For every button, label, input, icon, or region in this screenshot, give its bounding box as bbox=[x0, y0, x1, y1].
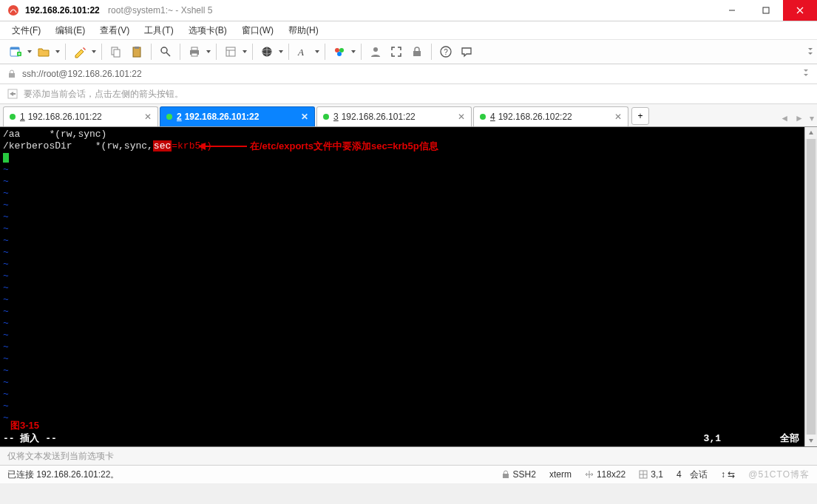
term-line-2a: /kerberosDir *(rw,sync, bbox=[3, 140, 153, 151]
status-up-button[interactable]: ↕ ⇆ bbox=[721, 469, 735, 480]
menu-tabs[interactable]: 选项卡(B) bbox=[181, 21, 234, 39]
tab-prev-button[interactable]: ◄ bbox=[780, 113, 789, 123]
tilde-line: ~ bbox=[3, 341, 9, 353]
fullscreen-button[interactable] bbox=[387, 42, 406, 61]
session-tab-3[interactable]: 3 192.168.26.101:22 ✕ bbox=[316, 106, 472, 126]
status-bar: 已连接 192.168.26.101:22。 SSH2 xterm 118x22… bbox=[0, 466, 817, 483]
color-button[interactable] bbox=[330, 42, 349, 61]
address-bar[interactable]: ssh://root@192.168.26.101:22 bbox=[0, 64, 817, 84]
menu-tools[interactable]: 工具(T) bbox=[137, 21, 180, 39]
scroll-down-button[interactable] bbox=[805, 435, 817, 446]
svg-marker-12 bbox=[92, 50, 96, 53]
open-dropdown[interactable] bbox=[55, 50, 61, 53]
svg-marker-32 bbox=[315, 50, 319, 53]
svg-marker-36 bbox=[351, 50, 356, 53]
tab-close-button[interactable]: ✕ bbox=[614, 112, 623, 120]
tilde-line: ~ bbox=[3, 259, 9, 270]
terminal-content[interactable]: /aa *(rw,sync) /kerberosDir *(rw,sync,se… bbox=[0, 127, 215, 426]
menu-edit[interactable]: 编辑(E) bbox=[48, 21, 92, 39]
highlight-button[interactable] bbox=[70, 42, 89, 61]
tab-label: 192.168.26.101:22 bbox=[28, 112, 102, 122]
tab-label: 192.168.26.101:22 bbox=[342, 112, 416, 122]
lock-button[interactable] bbox=[407, 42, 427, 61]
toolbar-separator bbox=[65, 44, 66, 60]
title-sub: root@system1:~ - Xshell 5 bbox=[108, 5, 212, 16]
address-url: ssh://root@192.168.26.101:22 bbox=[22, 69, 142, 79]
font-dropdown[interactable] bbox=[314, 50, 320, 53]
menu-window[interactable]: 窗口(W) bbox=[234, 21, 281, 39]
minimize-button[interactable] bbox=[715, 0, 749, 21]
tab-close-button[interactable]: ✕ bbox=[458, 112, 467, 120]
scrollbar[interactable] bbox=[804, 127, 817, 446]
svg-rect-23 bbox=[226, 47, 235, 56]
properties-dropdown[interactable] bbox=[242, 50, 248, 53]
svg-rect-21 bbox=[191, 53, 197, 56]
send-bar-text: 仅将文本发送到当前选项卡 bbox=[7, 450, 114, 463]
annotation: 在/etc/exports文件中要添加sec=krb5p信息 bbox=[198, 140, 438, 152]
close-button[interactable] bbox=[783, 0, 817, 21]
term-line-1: /aa *(rw,sync) bbox=[3, 129, 106, 140]
paste-button[interactable] bbox=[127, 42, 146, 61]
properties-button[interactable] bbox=[221, 42, 240, 61]
status-termtype: xterm bbox=[549, 469, 572, 480]
tilde-line: ~ bbox=[3, 270, 9, 282]
tilde-line: ~ bbox=[3, 401, 9, 412]
tab-index: 2 bbox=[177, 112, 182, 122]
status-dot-icon bbox=[10, 114, 16, 120]
tab-label: 192.168.26.101:22 bbox=[185, 112, 260, 122]
new-session-dropdown[interactable] bbox=[27, 50, 33, 53]
status-sessions: 4 会话 bbox=[677, 469, 708, 481]
session-tab-2[interactable]: 2 192.168.26.101:22 ✕ bbox=[160, 106, 315, 126]
highlight-dropdown[interactable] bbox=[91, 50, 97, 53]
encoding-button[interactable] bbox=[257, 42, 277, 61]
tab-close-button[interactable]: ✕ bbox=[144, 112, 153, 120]
toolbar-overflow[interactable] bbox=[807, 40, 814, 64]
hint-arrow-icon[interactable] bbox=[7, 89, 18, 99]
encoding-dropdown[interactable] bbox=[278, 50, 284, 53]
menu-view[interactable]: 查看(V) bbox=[92, 21, 137, 39]
address-overflow[interactable] bbox=[802, 69, 810, 80]
terminal-view[interactable]: /aa *(rw,sync) /kerberosDir *(rw,sync,se… bbox=[0, 127, 817, 447]
help-button[interactable]: ? bbox=[436, 42, 455, 61]
svg-point-35 bbox=[337, 52, 342, 56]
chat-button[interactable] bbox=[457, 42, 476, 61]
tab-close-button[interactable]: ✕ bbox=[301, 112, 310, 120]
vim-cursor-pos: 3,1 bbox=[704, 433, 721, 445]
tab-nav: ◄ ► ▾ bbox=[780, 113, 814, 123]
open-button[interactable] bbox=[34, 42, 53, 61]
color-dropdown[interactable] bbox=[350, 50, 356, 53]
svg-point-0 bbox=[8, 5, 18, 16]
size-icon bbox=[585, 470, 594, 479]
send-bar[interactable]: 仅将文本发送到当前选项卡 bbox=[0, 447, 817, 466]
maximize-button[interactable] bbox=[749, 0, 783, 21]
toolbar: A ? bbox=[0, 40, 817, 64]
scroll-thumb[interactable] bbox=[807, 139, 816, 435]
copy-button[interactable] bbox=[106, 42, 126, 61]
menu-file[interactable]: 文件(F) bbox=[4, 21, 48, 39]
status-cursor: 3,1 bbox=[639, 469, 663, 480]
scroll-track[interactable] bbox=[805, 139, 817, 435]
font-button[interactable]: A bbox=[294, 42, 313, 61]
user-button[interactable] bbox=[366, 42, 385, 61]
tab-next-button[interactable]: ► bbox=[795, 113, 804, 123]
lock-icon bbox=[7, 69, 16, 78]
vim-mode: -- 插入 -- bbox=[3, 433, 57, 445]
svg-marker-11 bbox=[55, 50, 60, 53]
svg-marker-22 bbox=[206, 50, 211, 53]
status-cursor-text: 3,1 bbox=[651, 469, 663, 480]
find-button[interactable] bbox=[156, 42, 175, 61]
menu-help[interactable]: 帮助(H) bbox=[281, 21, 326, 39]
print-button[interactable] bbox=[185, 42, 204, 61]
session-tab-1[interactable]: 1 192.168.26.101:22 ✕ bbox=[3, 106, 158, 126]
tilde-line: ~ bbox=[3, 412, 9, 423]
session-tab-4[interactable]: 4 192.168.26.102:22 ✕ bbox=[473, 106, 628, 126]
print-dropdown[interactable] bbox=[206, 50, 211, 53]
scroll-up-button[interactable] bbox=[805, 127, 817, 139]
new-tab-button[interactable]: + bbox=[631, 107, 649, 125]
new-session-button[interactable] bbox=[6, 42, 25, 61]
title-ip: 192.168.26.101:22 bbox=[25, 5, 100, 16]
cursor-icon bbox=[3, 153, 9, 163]
tab-list-button[interactable]: ▾ bbox=[810, 113, 814, 123]
toolbar-separator bbox=[151, 44, 152, 60]
title-bar: 192.168.26.101:22 root@system1:~ - Xshel… bbox=[0, 0, 817, 21]
